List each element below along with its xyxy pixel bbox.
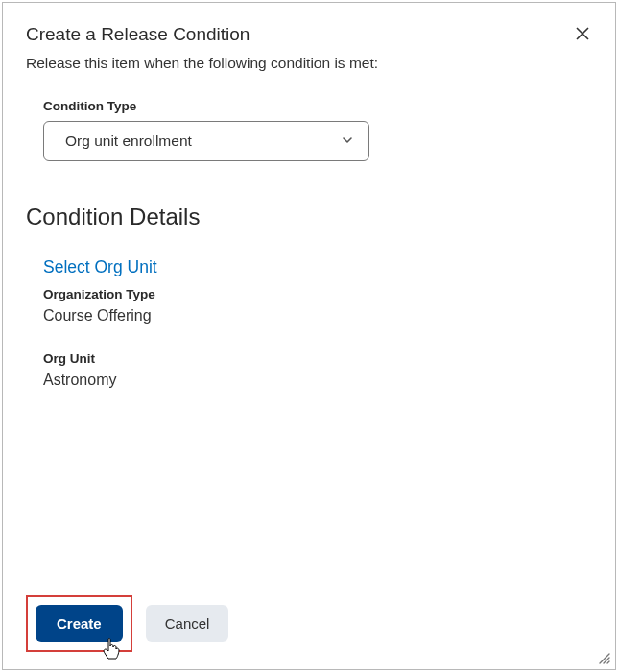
release-condition-dialog: Create a Release Condition Release this … xyxy=(2,2,616,670)
cancel-button[interactable]: Cancel xyxy=(146,605,229,642)
dialog-header: Create a Release Condition xyxy=(26,24,592,55)
condition-type-section: Condition Type Org unit enrollment xyxy=(26,99,592,161)
dropdown-selected-value: Org unit enrollment xyxy=(65,132,192,150)
organization-type-value: Course Offering xyxy=(43,307,592,324)
condition-details-heading: Condition Details xyxy=(26,204,592,230)
dialog-footer: Create Cancel xyxy=(26,595,592,652)
create-button-highlight: Create xyxy=(26,595,132,652)
condition-details-section: Select Org Unit Organization Type Course… xyxy=(26,257,592,416)
close-button[interactable] xyxy=(573,24,592,45)
create-button[interactable]: Create xyxy=(36,605,123,642)
condition-type-label: Condition Type xyxy=(43,99,592,113)
dialog-subtitle: Release this item when the following con… xyxy=(26,55,592,72)
chevron-down-icon xyxy=(342,132,353,150)
close-icon xyxy=(575,22,590,46)
condition-type-dropdown[interactable]: Org unit enrollment xyxy=(43,121,369,161)
org-unit-value: Astronomy xyxy=(43,372,592,389)
dialog-title: Create a Release Condition xyxy=(26,24,250,45)
org-unit-label: Org Unit xyxy=(43,351,592,366)
resize-handle-icon[interactable] xyxy=(598,652,611,665)
select-org-unit-link[interactable]: Select Org Unit xyxy=(43,257,157,277)
organization-type-label: Organization Type xyxy=(43,287,592,301)
